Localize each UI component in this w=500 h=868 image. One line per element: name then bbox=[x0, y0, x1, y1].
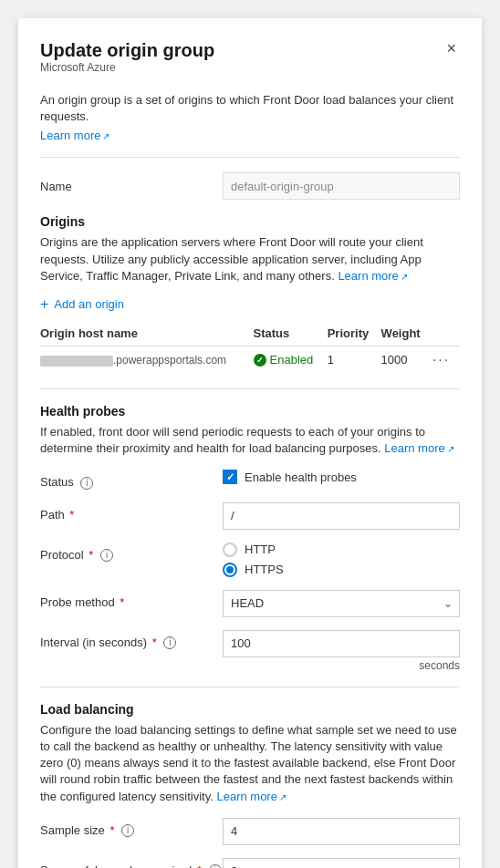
panel-subtitle: Microsoft Azure bbox=[40, 61, 214, 74]
origins-learn-more-link[interactable]: Learn more↗ bbox=[338, 269, 407, 283]
health-probes-learn-more-link[interactable]: Learn more↗ bbox=[384, 441, 453, 455]
load-balancing-ext-icon: ↗ bbox=[279, 792, 286, 802]
origin-status-cell: Enabled bbox=[254, 346, 328, 374]
enable-health-probes-row: Enable health probes bbox=[223, 470, 460, 484]
name-input[interactable] bbox=[223, 172, 460, 200]
probe-method-control: HEAD GET ⌄ bbox=[223, 590, 460, 617]
sample-size-input[interactable] bbox=[223, 818, 460, 845]
origins-table: Origin host name Status Priority Weight … bbox=[40, 323, 460, 374]
plus-icon: + bbox=[40, 297, 48, 312]
col-host: Origin host name bbox=[40, 323, 254, 346]
col-weight: Weight bbox=[381, 323, 432, 346]
http-radio-button[interactable] bbox=[223, 542, 237, 557]
origin-weight-cell: 1000 bbox=[381, 346, 432, 374]
protocol-label: Protocol * i bbox=[40, 542, 223, 563]
probe-method-select-wrapper: HEAD GET ⌄ bbox=[223, 590, 460, 617]
origins-description: Origins are the application servers wher… bbox=[40, 234, 460, 284]
health-status-control: Enable health probes bbox=[223, 470, 460, 484]
interval-control: seconds bbox=[223, 630, 460, 672]
successful-samples-label: Successful samples required * i bbox=[40, 858, 223, 868]
name-value bbox=[223, 172, 460, 200]
enable-health-probes-checkbox[interactable] bbox=[223, 470, 237, 484]
protocol-row: Protocol * i HTTP HTTPS bbox=[40, 542, 460, 577]
origins-heading: Origins bbox=[40, 214, 460, 229]
health-probes-ext-icon: ↗ bbox=[447, 444, 454, 454]
probe-method-select[interactable]: HEAD GET bbox=[223, 590, 460, 617]
panel-header: Update origin group Microsoft Azure × bbox=[40, 40, 460, 88]
successful-samples-input[interactable] bbox=[223, 858, 460, 868]
status-info-icon[interactable]: i bbox=[80, 477, 93, 490]
col-priority: Priority bbox=[328, 323, 381, 346]
path-control bbox=[223, 502, 460, 530]
http-label: HTTP bbox=[245, 542, 276, 556]
protocol-control: HTTP HTTPS bbox=[223, 542, 460, 577]
load-balancing-learn-more-link[interactable]: Learn more↗ bbox=[216, 790, 286, 803]
interval-label: Interval (in seconds) * i bbox=[40, 630, 223, 650]
sample-size-label: Sample size * i bbox=[40, 818, 223, 838]
https-label: HTTPS bbox=[245, 563, 284, 576]
health-status-row: Status i Enable health probes bbox=[40, 470, 460, 490]
name-label: Name bbox=[40, 180, 223, 193]
successful-samples-control bbox=[223, 858, 460, 868]
status-dot-icon bbox=[254, 354, 266, 367]
successful-samples-row: Successful samples required * i bbox=[40, 858, 460, 868]
protocol-radio-group: HTTP HTTPS bbox=[223, 542, 460, 577]
enable-health-probes-label[interactable]: Enable health probes bbox=[245, 470, 357, 484]
path-input[interactable] bbox=[223, 502, 460, 530]
https-radio-inner bbox=[226, 566, 234, 574]
interval-info-icon[interactable]: i bbox=[163, 636, 176, 649]
add-origin-button[interactable]: + Add an origin bbox=[40, 297, 124, 312]
origin-host-blurred bbox=[40, 356, 113, 367]
external-link-icon: ↗ bbox=[102, 131, 109, 141]
sample-size-control bbox=[223, 818, 460, 845]
load-balancing-heading: Load balancing bbox=[40, 702, 460, 717]
sample-size-info-icon[interactable]: i bbox=[121, 824, 134, 837]
panel-title: Update origin group bbox=[40, 40, 214, 61]
divider-load-balancing bbox=[40, 687, 460, 687]
origin-host-cell: .powerappsportals.com bbox=[40, 346, 254, 374]
sample-size-row: Sample size * i bbox=[40, 818, 460, 845]
status-badge: Enabled bbox=[254, 353, 320, 367]
probe-method-label: Probe method * bbox=[40, 590, 223, 609]
col-status: Status bbox=[254, 323, 328, 346]
close-button[interactable]: × bbox=[443, 40, 460, 57]
name-field-row: Name bbox=[40, 172, 460, 200]
table-row: .powerappsportals.com Enabled 1 1000 ··· bbox=[40, 346, 460, 374]
load-balancing-description: Configure the load balancing settings to… bbox=[40, 722, 460, 805]
protocol-info-icon[interactable]: i bbox=[100, 549, 113, 562]
health-probes-description: If enabled, front door will send periodi… bbox=[40, 424, 460, 457]
path-label: Path * bbox=[40, 502, 223, 522]
health-probes-heading: Health probes bbox=[40, 404, 460, 418]
intro-learn-more-row: Learn more↗ bbox=[40, 129, 460, 142]
path-row: Path * bbox=[40, 502, 460, 530]
intro-learn-more-link[interactable]: Learn more↗ bbox=[40, 129, 109, 142]
panel-title-group: Update origin group Microsoft Azure bbox=[40, 40, 214, 88]
row-more-button[interactable]: ··· bbox=[432, 352, 450, 368]
protocol-http-radio[interactable]: HTTP bbox=[223, 542, 460, 557]
successful-samples-info-icon[interactable]: i bbox=[209, 864, 222, 868]
origins-external-link-icon: ↗ bbox=[401, 272, 408, 282]
protocol-https-radio[interactable]: HTTPS bbox=[223, 563, 460, 577]
divider-health bbox=[40, 388, 460, 389]
https-radio-button[interactable] bbox=[223, 563, 237, 577]
health-status-label: Status i bbox=[40, 470, 223, 490]
probe-method-row: Probe method * HEAD GET ⌄ bbox=[40, 590, 460, 617]
interval-row: Interval (in seconds) * i seconds bbox=[40, 630, 460, 672]
origin-priority-cell: 1 bbox=[328, 346, 381, 374]
divider-name bbox=[40, 157, 460, 158]
update-origin-group-panel: Update origin group Microsoft Azure × An… bbox=[18, 18, 482, 868]
intro-description: An origin group is a set of origins to w… bbox=[40, 92, 460, 125]
interval-input[interactable] bbox=[223, 630, 460, 657]
interval-unit-label: seconds bbox=[223, 659, 460, 672]
